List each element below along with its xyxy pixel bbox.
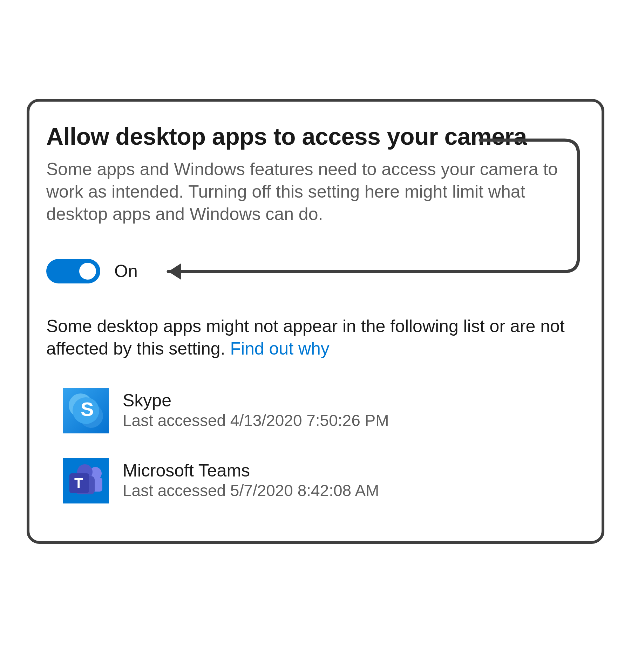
desktop-app-list: S Skype Last accessed 4/13/2020 7:50:26 … — [46, 388, 585, 503]
toggle-row: On — [46, 259, 585, 283]
list-item: S Skype Last accessed 4/13/2020 7:50:26 … — [46, 388, 585, 433]
section-description: Some apps and Windows features need to a… — [46, 158, 579, 225]
section-title: Allow desktop apps to access your camera — [46, 123, 585, 150]
app-name: Microsoft Teams — [123, 461, 379, 481]
app-last-accessed: Last accessed 5/7/2020 8:42:08 AM — [123, 481, 379, 500]
find-out-why-link[interactable]: Find out why — [230, 339, 329, 358]
note-text: Some desktop apps might not appear in th… — [46, 315, 585, 360]
camera-desktop-apps-panel: Allow desktop apps to access your camera… — [27, 99, 604, 544]
toggle-state-label: On — [114, 261, 138, 281]
teams-icon-letter: T — [74, 475, 83, 491]
app-name: Skype — [123, 391, 389, 411]
skype-icon-letter: S — [81, 398, 94, 420]
skype-icon: S — [63, 388, 109, 433]
toggle-knob-icon — [79, 263, 96, 280]
teams-icon: T — [63, 458, 109, 503]
list-item: T Microsoft Teams Last accessed 5/7/2020… — [46, 458, 585, 503]
allow-desktop-apps-camera-toggle[interactable] — [46, 259, 100, 283]
app-last-accessed: Last accessed 4/13/2020 7:50:26 PM — [123, 411, 389, 430]
